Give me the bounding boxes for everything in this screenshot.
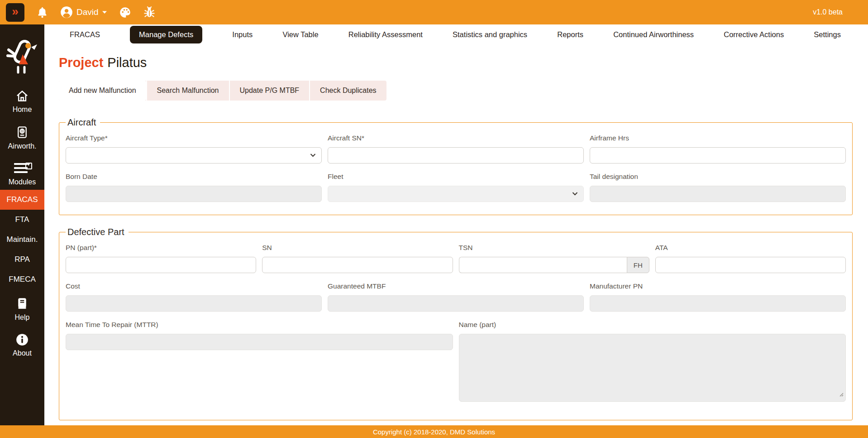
cost-label: Cost xyxy=(66,282,322,290)
modules-icon xyxy=(12,162,32,175)
tsn-input[interactable] xyxy=(459,257,627,273)
footer: Copyright (c) 2018-2020, DMD Solutions xyxy=(0,425,868,438)
sidebar-item-airworthiness[interactable]: Airworth. xyxy=(8,125,36,150)
airframe-hrs-field: Airframe Hrs xyxy=(590,134,846,164)
sidebar-collapse-button[interactable]: » xyxy=(6,3,24,22)
aircraft-type-field: Aircraft Type* xyxy=(66,134,322,164)
help-icon xyxy=(16,297,29,310)
manufacturer-pn-label: Manufacturer PN xyxy=(590,282,846,290)
pn-part-field: PN (part)* xyxy=(66,244,256,273)
tsn-field: TSN FH xyxy=(459,244,649,273)
module-item-fmeca[interactable]: FMECA xyxy=(0,270,44,289)
chevron-down-icon xyxy=(102,10,107,14)
tab-search-malfunction[interactable]: Search Malfunction xyxy=(146,81,229,101)
notifications-button[interactable] xyxy=(36,6,48,19)
sidebar-item-help[interactable]: Help xyxy=(15,297,30,322)
pn-part-input[interactable] xyxy=(66,257,256,273)
sidebar-item-label: Help xyxy=(15,313,30,322)
airframe-hrs-label: Airframe Hrs xyxy=(590,134,846,142)
born-date-field: Born Date xyxy=(66,173,322,202)
user-menu[interactable]: David xyxy=(60,6,107,19)
user-avatar-icon xyxy=(60,6,73,19)
mttr-input xyxy=(66,334,453,350)
page-content: ProjectPilatus Add new Malfunction Searc… xyxy=(44,55,868,438)
nav-item-continued-airworthiness[interactable]: Continued Airworthiness xyxy=(613,30,694,39)
ata-input[interactable] xyxy=(655,257,846,273)
fleet-field: Fleet xyxy=(328,173,584,202)
guaranteed-mtbf-input xyxy=(328,295,584,312)
ata-field: ATA xyxy=(655,244,846,273)
tab-bar: Add new Malfunction Search Malfunction U… xyxy=(59,81,386,101)
tab-update-pg-mtbf[interactable]: Update P/G MTBF xyxy=(229,81,310,101)
nav-item-manage-defects[interactable]: Manage Defects xyxy=(130,26,202,43)
nav-item-settings[interactable]: Settings xyxy=(814,30,841,39)
module-nav: FRACAS Manage Defects Inputs View Table … xyxy=(44,24,868,44)
tail-designation-input xyxy=(590,186,846,202)
aircraft-fieldset: Aircraft Aircraft Type* Aircraft SN* Air… xyxy=(59,117,853,215)
bell-icon xyxy=(36,6,48,19)
home-icon xyxy=(15,90,29,102)
cost-field: Cost xyxy=(66,282,322,312)
sn-input[interactable] xyxy=(262,257,453,273)
topbar: » David v1.0 beta xyxy=(0,0,868,24)
name-part-field: Name (part) xyxy=(459,321,846,402)
sidebar-item-about[interactable]: About xyxy=(13,333,32,357)
page-title: ProjectPilatus xyxy=(59,55,853,70)
airworthiness-icon xyxy=(16,125,29,139)
module-item-fracas[interactable]: FRACAS xyxy=(0,190,44,210)
sidebar-item-label: Modules xyxy=(9,178,36,186)
ata-label: ATA xyxy=(655,244,846,252)
module-item-maintain[interactable]: Maintain. xyxy=(0,230,44,250)
user-name: David xyxy=(76,7,99,17)
nav-item-inputs[interactable]: Inputs xyxy=(232,30,253,39)
pn-part-label: PN (part)* xyxy=(66,244,256,252)
mttr-field: Mean Time To Repair (MTTR) xyxy=(66,321,453,402)
app-logo[interactable] xyxy=(5,38,39,78)
sidebar-item-modules[interactable]: Modules xyxy=(9,162,36,186)
nav-item-view-table[interactable]: View Table xyxy=(282,30,318,39)
tsn-label: TSN xyxy=(459,244,649,252)
sn-field: SN xyxy=(262,244,453,273)
defective-part-fieldset: Defective Part PN (part)* SN TSN FH xyxy=(59,227,853,420)
manufacturer-pn-field: Manufacturer PN xyxy=(590,282,846,312)
aircraft-sn-label: Aircraft SN* xyxy=(328,134,584,142)
sn-label: SN xyxy=(262,244,453,252)
born-date-label: Born Date xyxy=(66,173,322,181)
tab-check-duplicates[interactable]: Check Duplicates xyxy=(309,81,386,101)
nav-item-corrective-actions[interactable]: Corrective Actions xyxy=(724,30,784,39)
cost-input xyxy=(66,295,322,312)
name-part-textarea xyxy=(459,334,846,402)
tail-designation-field: Tail designation xyxy=(590,173,846,202)
module-item-fta[interactable]: FTA xyxy=(0,210,44,230)
born-date-input xyxy=(66,186,322,202)
about-icon xyxy=(16,333,29,346)
tsn-unit-addon: FH xyxy=(627,257,649,273)
copyright-text: Copyright (c) 2018-2020, DMD Solutions xyxy=(373,428,495,436)
main-area: FRACAS Manage Defects Inputs View Table … xyxy=(44,0,868,438)
nav-item-fracas[interactable]: FRACAS xyxy=(70,30,100,39)
guaranteed-mtbf-field: Guaranteed MTBF xyxy=(328,282,584,312)
fleet-label: Fleet xyxy=(328,173,584,181)
sidebar-item-home[interactable]: Home xyxy=(13,90,32,114)
theme-palette-button[interactable] xyxy=(119,6,131,19)
tab-add-new-malfunction[interactable]: Add new Malfunction xyxy=(59,81,146,101)
module-selector-icon xyxy=(25,163,32,169)
aircraft-legend: Aircraft xyxy=(66,117,100,128)
aircraft-type-select[interactable] xyxy=(66,147,322,164)
nav-item-statistics-and-graphics[interactable]: Statistics and graphics xyxy=(453,30,527,39)
sidebar-item-label: Airworth. xyxy=(8,142,36,150)
nav-item-reports[interactable]: Reports xyxy=(557,30,583,39)
nav-item-reliability-assessment[interactable]: Reliability Assessment xyxy=(348,30,423,39)
guaranteed-mtbf-label: Guaranteed MTBF xyxy=(328,282,584,290)
module-item-rpa[interactable]: RPA xyxy=(0,250,44,270)
airframe-hrs-input[interactable] xyxy=(590,147,846,164)
aircraft-type-label: Aircraft Type* xyxy=(66,134,322,142)
bug-report-button[interactable] xyxy=(143,6,156,19)
tail-designation-label: Tail designation xyxy=(590,173,846,181)
aircraft-sn-input[interactable] xyxy=(328,147,584,164)
name-part-label: Name (part) xyxy=(459,321,846,329)
double-chevron-icon: » xyxy=(12,5,18,17)
sidebar-item-label: About xyxy=(13,349,32,357)
sidebar: Home Airworth. Modules FRACAS FTA Mainta… xyxy=(0,24,44,438)
sidebar-item-label: Home xyxy=(13,106,32,114)
